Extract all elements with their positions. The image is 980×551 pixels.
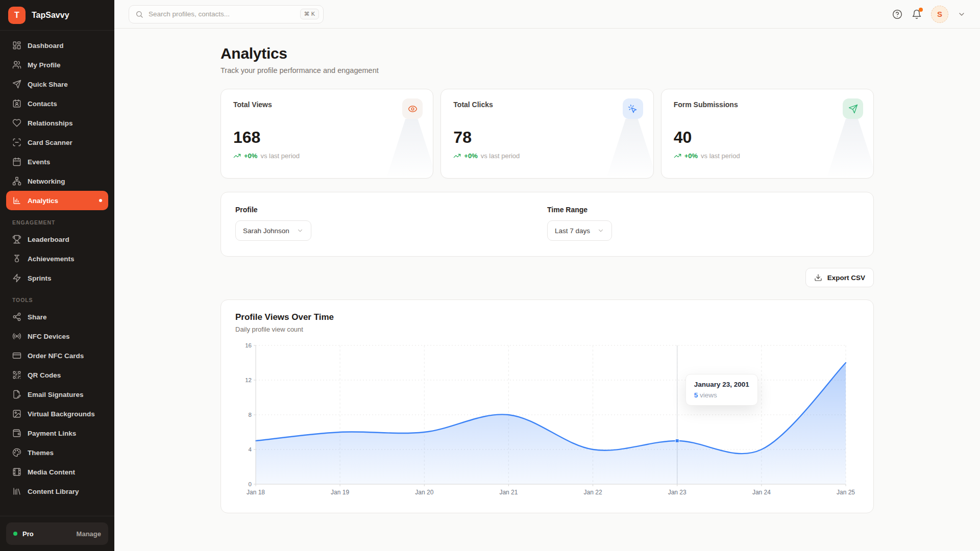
svg-text:Jan 19: Jan 19 <box>331 489 349 496</box>
sidebar-item-achievements[interactable]: Achievements <box>6 249 108 268</box>
search-input[interactable]: Search profiles, contacts... ⌘ K <box>129 5 324 23</box>
heart-icon <box>12 118 21 128</box>
profile-views-chart[interactable]: 0481216Jan 18Jan 19Jan 20Jan 21Jan 22Jan… <box>235 340 860 502</box>
sidebar-item-nfc-devices[interactable]: NFC Devices <box>6 327 108 346</box>
brand[interactable]: T TapSavvy <box>0 0 114 31</box>
sidebar-item-networking[interactable]: Networking <box>6 171 108 191</box>
svg-text:16: 16 <box>245 342 252 348</box>
sidebar-item-qr-codes[interactable]: QR Codes <box>6 365 108 385</box>
sidebar-item-label: QR Codes <box>28 371 61 379</box>
palette-icon <box>12 448 21 457</box>
nav-section-label-engagement: ENGAGEMENT <box>12 219 102 226</box>
sidebar: T TapSavvy DashboardMy ProfileQuick Shar… <box>0 0 114 551</box>
stat-value: 168 <box>233 128 421 147</box>
profile-filter-label: Profile <box>235 206 547 214</box>
sidebar-item-analytics[interactable]: Analytics <box>6 191 108 210</box>
svg-text:Jan 24: Jan 24 <box>752 489 771 496</box>
nav-section-label-tools: TOOLS <box>12 297 102 303</box>
stat-card-total-clicks: Total Clicks78+0%vs last period <box>440 89 653 179</box>
sidebar-item-sprints[interactable]: Sprints <box>6 268 108 288</box>
scan-icon <box>12 138 21 147</box>
image-icon <box>12 409 21 418</box>
sidebar-item-label: Analytics <box>28 197 58 205</box>
sidebar-item-label: Content Library <box>28 488 79 495</box>
trending-up-icon <box>674 152 681 160</box>
sidebar-item-label: Achievements <box>28 255 75 263</box>
wallet-icon <box>12 429 21 438</box>
credit-card-icon <box>12 351 21 360</box>
sidebar-item-payment-links[interactable]: Payment Links <box>6 423 108 443</box>
trend-percent: +0% <box>244 152 257 160</box>
download-icon <box>814 273 822 282</box>
sidebar-item-my-profile[interactable]: My Profile <box>6 55 108 74</box>
plan-name: Pro <box>22 530 34 538</box>
export-row: Export CSV <box>220 268 874 287</box>
sidebar-item-label: Relationships <box>28 119 73 127</box>
help-button[interactable] <box>892 9 902 19</box>
sidebar-item-content-library[interactable]: Content Library <box>6 482 108 501</box>
chevron-down-icon <box>297 227 304 234</box>
sidebar-item-share[interactable]: Share <box>6 307 108 327</box>
sidebar-item-virtual-backgrounds[interactable]: Virtual Backgrounds <box>6 404 108 423</box>
sidebar-item-label: Email Signatures <box>28 391 84 398</box>
stat-label: Form Submissions <box>674 101 861 109</box>
sidebar-item-card-scanner[interactable]: Card Scanner <box>6 133 108 152</box>
export-csv-button[interactable]: Export CSV <box>805 268 874 287</box>
search-placeholder: Search profiles, contacts... <box>149 10 295 18</box>
sidebar-item-label: Dashboard <box>28 42 64 49</box>
qr-code-icon <box>12 370 21 380</box>
filters-card: Profile Sarah Johnson Time Range Last 7 … <box>220 192 874 257</box>
trend-suffix: vs last period <box>260 152 300 160</box>
time-range-select-value: Last 7 days <box>555 227 590 235</box>
sidebar-item-label: Contacts <box>28 100 57 108</box>
sidebar-item-label: Share <box>28 313 47 321</box>
pointer-click-icon <box>623 98 643 119</box>
sidebar-item-quick-share[interactable]: Quick Share <box>6 74 108 94</box>
stat-cards-row: Total Views168+0%vs last periodTotal Cli… <box>220 89 874 179</box>
share-icon <box>12 312 21 321</box>
stat-trend: +0%vs last period <box>453 152 641 160</box>
profile-select-value: Sarah Johnson <box>243 227 289 235</box>
svg-text:Jan 20: Jan 20 <box>415 489 433 496</box>
sidebar-item-label: Leaderboard <box>28 236 69 243</box>
plan-status-dot <box>13 532 17 536</box>
send-icon <box>843 98 863 119</box>
sidebar-item-leaderboard[interactable]: Leaderboard <box>6 230 108 249</box>
sidebar-item-themes[interactable]: Themes <box>6 443 108 462</box>
sidebar-item-label: Sprints <box>28 274 52 282</box>
keyboard-shortcut-badge: ⌘ K <box>300 9 319 19</box>
time-range-select[interactable]: Last 7 days <box>547 220 612 241</box>
chevron-down-icon <box>958 10 966 18</box>
sidebar-item-label: Payment Links <box>28 430 76 437</box>
sidebar-item-email-signatures[interactable]: Email Signatures <box>6 385 108 404</box>
svg-text:Jan 21: Jan 21 <box>499 489 518 496</box>
trend-suffix: vs last period <box>701 152 740 160</box>
avatar-letter: S <box>937 10 942 18</box>
account-menu-button[interactable] <box>958 10 966 18</box>
sidebar-item-media-content[interactable]: Media Content <box>6 462 108 482</box>
send-icon <box>12 80 21 89</box>
plan-manage-button[interactable]: Manage <box>77 530 101 538</box>
notifications-button[interactable] <box>912 9 922 19</box>
help-icon <box>892 9 902 19</box>
sidebar-item-order-nfc-cards[interactable]: Order NFC Cards <box>6 346 108 365</box>
bar-chart-icon <box>12 196 21 205</box>
sidebar-item-dashboard[interactable]: Dashboard <box>6 36 108 55</box>
sidebar-item-events[interactable]: Events <box>6 152 108 171</box>
eye-icon <box>402 98 423 119</box>
chart-subtitle: Daily profile view count <box>235 325 859 333</box>
network-icon <box>12 177 21 186</box>
svg-text:8: 8 <box>249 412 252 418</box>
sidebar-item-relationships[interactable]: Relationships <box>6 113 108 133</box>
time-range-filter-group: Time Range Last 7 days <box>547 206 859 241</box>
export-csv-label: Export CSV <box>827 274 865 282</box>
sidebar-item-contacts[interactable]: Contacts <box>6 94 108 113</box>
plan-card: Pro Manage <box>6 522 108 545</box>
stat-card-total-views: Total Views168+0%vs last period <box>220 89 433 179</box>
sidebar-item-label: NFC Devices <box>28 333 70 340</box>
stat-trend: +0%vs last period <box>233 152 421 160</box>
svg-text:0: 0 <box>249 481 252 487</box>
profile-select[interactable]: Sarah Johnson <box>235 220 311 241</box>
avatar[interactable]: S <box>931 6 948 23</box>
svg-text:Jan 23: Jan 23 <box>668 489 687 496</box>
